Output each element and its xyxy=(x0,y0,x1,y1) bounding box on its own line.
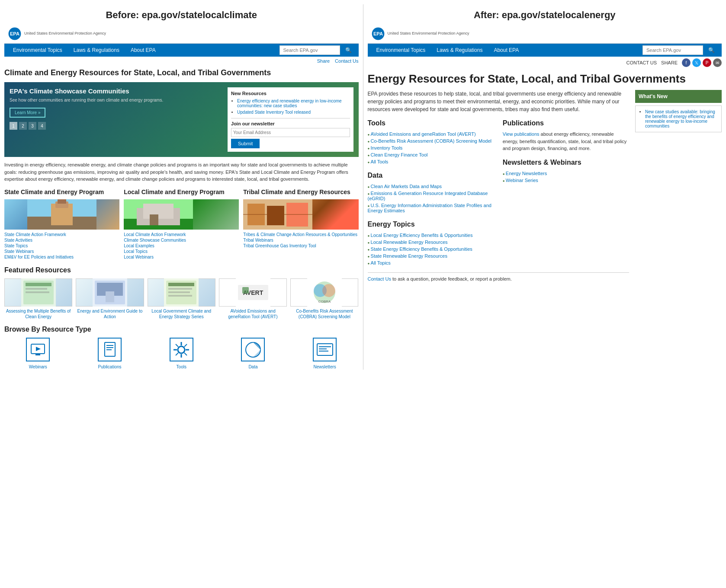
svg-rect-21 xyxy=(26,291,49,293)
energy-topic-link-1[interactable]: Local Energy Efficiency Benefits & Oppor… xyxy=(371,233,473,238)
data-link-2[interactable]: Emissions & Generation Resource Integrat… xyxy=(368,191,488,201)
energy-topic-link-3[interactable]: State Energy Efficiency Benefits & Oppor… xyxy=(371,246,472,252)
showcase-num-2[interactable]: 2 xyxy=(19,122,27,130)
featured-link-1[interactable]: Assessing the Multiple Benefits of Clean… xyxy=(4,308,72,320)
newsletter-title: Join our newsletter xyxy=(231,121,350,126)
local-link-3[interactable]: Local Examples xyxy=(124,243,239,248)
before-share-link[interactable]: Share xyxy=(317,58,330,64)
before-share-bar: Share Contact Us xyxy=(4,57,359,65)
local-program-links: Local Climate Action Framework Climate S… xyxy=(124,232,239,259)
after-search-input[interactable] xyxy=(642,45,703,55)
epa-logo-text: United States Environmental Protection A… xyxy=(24,31,106,36)
featured-title: Featured Resources xyxy=(4,266,359,274)
browse-publications-icon xyxy=(98,338,122,361)
featured-link-2[interactable]: Energy and Environment Guide to Action xyxy=(76,308,144,320)
before-nav-environmental[interactable]: Environmental Topics xyxy=(8,44,67,57)
after-nav-laws[interactable]: Laws & Regulations xyxy=(431,44,488,57)
showcase-title: EPA's Climate Showcase Communities xyxy=(10,87,223,95)
showcase-desc: See how other communities are running th… xyxy=(10,97,223,103)
submit-button[interactable]: Submit xyxy=(231,139,260,148)
tools-list: AVoided Emissions and geneRation Tool (A… xyxy=(368,131,494,165)
data-link-3[interactable]: U.S. Energy Information Administration S… xyxy=(368,203,491,213)
local-program-col: Local Climate and Energy Program Local C… xyxy=(124,188,239,260)
featured-link-3[interactable]: Local Government Climate and Energy Stra… xyxy=(148,308,215,320)
energy-topic-1: Local Energy Efficiency Benefits & Oppor… xyxy=(368,232,494,239)
three-cols-section: State Climate and Energy Program State C… xyxy=(4,188,359,260)
after-content: EPA provides these resources to help sta… xyxy=(368,90,630,281)
svg-line-55 xyxy=(184,344,187,347)
before-nav-laws[interactable]: Laws & Regulations xyxy=(68,44,125,57)
tools-link-1[interactable]: AVoided Emissions and geneRation Tool (A… xyxy=(371,131,476,137)
local-link-4[interactable]: Local Topics xyxy=(124,249,239,254)
view-publications-link[interactable]: View publications xyxy=(503,131,540,137)
before-contact-link[interactable]: Contact Us xyxy=(335,58,358,64)
browse-webinars-label[interactable]: Webinars xyxy=(29,364,47,369)
svg-rect-19 xyxy=(26,283,51,286)
twitter-icon[interactable]: 𝕏 xyxy=(692,58,701,67)
what-new-link-1[interactable]: New case studies available: bringing the… xyxy=(645,109,715,128)
energy-topic-link-4[interactable]: State Renewable Energy Resources xyxy=(371,253,447,259)
local-link-2[interactable]: Climate Showcase Communities xyxy=(124,238,239,243)
pinterest-icon[interactable]: P xyxy=(703,58,711,67)
state-link-5[interactable]: EM&V for EE Policies and Initiatives xyxy=(4,255,119,259)
social-icons-group: f 𝕏 P ✉ xyxy=(682,58,722,67)
featured-thumb-4: AVERT xyxy=(219,278,287,307)
tribal-link-1[interactable]: Tribes & Climate Change Action Resources… xyxy=(243,232,358,237)
after-panel-title: After: epa.gov/statelocalenergy xyxy=(368,4,722,24)
browse-newsletters: Newsletters xyxy=(291,338,359,370)
featured-link-5[interactable]: Co-Benefits Risk Assessment (COBRA) Scre… xyxy=(290,308,358,320)
svg-rect-25 xyxy=(106,291,114,302)
email-share-icon[interactable]: ✉ xyxy=(713,58,722,67)
browse-tools-label[interactable]: Tools xyxy=(177,364,186,369)
tools-link-2[interactable]: Co-Benefits Risk Assessment (COBRA) Scre… xyxy=(371,138,491,144)
before-search-button[interactable]: 🔍 xyxy=(342,45,355,55)
tools-link-4[interactable]: Clean Energy Finance Tool xyxy=(371,152,428,157)
tribal-link-3[interactable]: Tribal Greenhouse Gas Inventory Tool xyxy=(243,243,358,248)
before-nav-about[interactable]: About EPA xyxy=(125,44,161,57)
newsletters-link-2[interactable]: Webinar Series xyxy=(506,178,538,183)
browse-publications-label[interactable]: Publications xyxy=(98,364,122,369)
showcase-num-4[interactable]: 4 xyxy=(38,122,46,130)
showcase-num-1[interactable]: 1 xyxy=(10,122,17,130)
browse-webinars: Webinars xyxy=(4,338,72,370)
featured-link-4[interactable]: AVoided Emissions and geneRation Tool (A… xyxy=(219,308,287,320)
state-link-2[interactable]: State Activities xyxy=(4,238,119,243)
resource-link-2[interactable]: Updated State Inventory Tool released xyxy=(237,110,311,115)
resource-item-2: Updated State Inventory Tool released xyxy=(237,110,350,115)
tribal-link-2[interactable]: Tribal Webinars xyxy=(243,238,358,243)
after-contact-us-link[interactable]: CONTACT US xyxy=(626,60,657,65)
before-nav-search: 🔍 xyxy=(279,45,355,55)
before-panel: Before: epa.gov/statelocalclimate EPA Un… xyxy=(0,0,363,374)
facebook-icon[interactable]: f xyxy=(682,58,691,67)
resource-link-1[interactable]: Energy efficiency and renewable energy i… xyxy=(237,99,342,108)
energy-topic-link-5[interactable]: All Topics xyxy=(371,260,391,265)
tools-link-5[interactable]: All Tools xyxy=(371,159,389,164)
resource-item-1: Energy efficiency and renewable energy i… xyxy=(237,99,350,108)
learn-more-button[interactable]: Learn More » xyxy=(10,108,45,118)
energy-topic-2: Local Renewable Energy Resources xyxy=(368,239,494,246)
showcase-num-3[interactable]: 3 xyxy=(29,122,36,130)
local-link-5[interactable]: Local Webinars xyxy=(124,255,239,259)
data-link-1[interactable]: Clean Air Markets Data and Maps xyxy=(371,184,442,189)
state-program-title: State Climate and Energy Program xyxy=(4,188,119,196)
state-link-4[interactable]: State Webinars xyxy=(4,249,119,254)
data-list: Clean Air Markets Data and Maps Emission… xyxy=(368,183,494,214)
after-nav-environmental[interactable]: Environmental Topics xyxy=(371,44,431,57)
svg-rect-29 xyxy=(168,288,192,290)
browse-data-label[interactable]: Data xyxy=(248,364,257,369)
after-two-col: Tools AVoided Emissions and geneRation T… xyxy=(368,119,630,266)
after-nav-about[interactable]: About EPA xyxy=(488,44,524,57)
svg-rect-45 xyxy=(106,345,113,346)
browse-newsletters-label[interactable]: Newsletters xyxy=(314,364,336,369)
local-link-1[interactable]: Local Climate Action Framework xyxy=(124,232,239,237)
after-search-button[interactable]: 🔍 xyxy=(705,45,718,55)
newsletter-input[interactable] xyxy=(231,128,350,137)
before-search-input[interactable] xyxy=(279,45,340,55)
after-nav-bar: Environmental Topics Laws & Regulations … xyxy=(368,44,722,57)
newsletters-link-1[interactable]: Energy Newsletters xyxy=(506,171,547,176)
state-link-1[interactable]: State Climate Action Framework xyxy=(4,232,119,237)
energy-topic-link-2[interactable]: Local Renewable Energy Resources xyxy=(371,240,448,245)
contact-us-bottom-link[interactable]: Contact Us xyxy=(368,276,391,281)
tools-link-3[interactable]: Inventory Tools xyxy=(371,145,403,150)
state-link-3[interactable]: State Topics xyxy=(4,243,119,248)
